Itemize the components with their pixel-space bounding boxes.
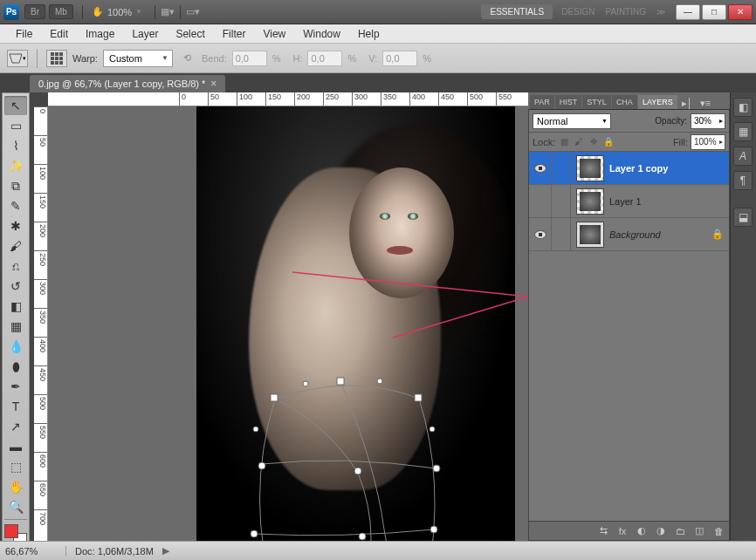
tab-histogram[interactable]: HIST xyxy=(555,95,582,109)
hand-icon[interactable]: ✋ xyxy=(92,6,104,17)
pen-tool[interactable]: ✒ xyxy=(4,377,27,396)
app-logo-icon[interactable]: Ps xyxy=(3,4,19,20)
tab-character[interactable]: CHA xyxy=(612,95,637,109)
layer-row[interactable]: Background 🔒 xyxy=(529,218,729,251)
screen-mode-button[interactable]: ▭▾ xyxy=(186,6,200,17)
marquee-tool[interactable]: ▭ xyxy=(4,116,27,135)
layer-name[interactable]: Background xyxy=(609,229,711,240)
panel-more-icon[interactable]: ▸│ xyxy=(678,98,697,109)
layer-name[interactable]: Layer 1 copy xyxy=(609,163,729,174)
menu-file[interactable]: File xyxy=(7,26,41,42)
menu-image[interactable]: Image xyxy=(77,26,123,42)
document-canvas[interactable] xyxy=(196,106,515,541)
layer-fx-icon[interactable]: fx xyxy=(615,524,629,538)
adjustment-layer-icon[interactable]: ◑ xyxy=(654,524,668,538)
layer-list[interactable]: Layer 1 copy Layer 1 Background 🔒 xyxy=(529,152,729,521)
canvas-area[interactable] xyxy=(48,106,528,541)
workspace-essentials[interactable]: ESSENTIALS xyxy=(481,4,553,19)
layer-row[interactable]: Layer 1 xyxy=(529,185,729,218)
minibridge-button[interactable]: Mb xyxy=(49,4,73,19)
dock-swatches-icon[interactable]: ▦ xyxy=(733,122,753,141)
visibility-toggle[interactable] xyxy=(529,218,552,250)
zoom-level-dropdown[interactable]: 100% xyxy=(107,7,132,17)
workspace-design[interactable]: DESIGN xyxy=(561,7,594,17)
tab-styles[interactable]: STYL xyxy=(582,95,611,109)
brush-tool[interactable]: 🖌 xyxy=(4,236,27,256)
delete-layer-icon[interactable]: 🗑 xyxy=(711,524,725,538)
menu-select[interactable]: Select xyxy=(167,26,213,42)
fill-input[interactable]: 100% xyxy=(691,134,725,150)
close-tab-icon[interactable]: × xyxy=(210,78,216,90)
tab-paragraph[interactable]: PAR xyxy=(530,95,554,109)
healing-brush-tool[interactable]: ✱ xyxy=(4,216,27,236)
path-selection-tool[interactable]: ↗ xyxy=(4,417,27,436)
visibility-toggle[interactable] xyxy=(529,185,552,217)
magic-wand-tool[interactable]: ✨ xyxy=(4,156,27,175)
menu-filter[interactable]: Filter xyxy=(214,26,255,42)
document-tab[interactable]: 0.jpg @ 66,7% (Layer 1 copy, RGB/8) * × xyxy=(30,75,225,92)
link-layers-icon[interactable]: ⇆ xyxy=(596,524,610,538)
status-zoom[interactable]: 66,67% xyxy=(5,546,66,557)
crop-tool[interactable]: ⧉ xyxy=(4,176,27,195)
hand-tool[interactable]: ✋ xyxy=(4,477,27,496)
clone-stamp-tool[interactable]: ⎌ xyxy=(4,256,27,276)
status-doc-info[interactable]: Doc: 1,06M/3,18M xyxy=(75,546,154,557)
foreground-color-swatch[interactable] xyxy=(4,524,18,538)
warp-orientation-icon[interactable]: ⟲ xyxy=(183,52,191,64)
minimize-button[interactable]: — xyxy=(676,4,700,20)
visibility-toggle[interactable] xyxy=(529,152,552,184)
gradient-tool[interactable]: ▦ xyxy=(4,317,27,336)
chevron-down-icon[interactable]: ▼ xyxy=(135,8,142,16)
shape-tool[interactable]: ▬ xyxy=(4,437,27,456)
zoom-tool[interactable]: 🔍 xyxy=(4,497,27,516)
layer-name[interactable]: Layer 1 xyxy=(609,196,729,207)
panel-menu-icon[interactable]: ▾≡ xyxy=(697,98,714,109)
layer-thumbnail[interactable] xyxy=(576,188,604,215)
layer-thumbnail[interactable] xyxy=(576,222,604,248)
blur-tool[interactable]: 💧 xyxy=(4,337,27,356)
lock-transparency-icon[interactable]: ▦ xyxy=(558,136,570,148)
warp-grid-icon[interactable] xyxy=(46,50,67,67)
menu-edit[interactable]: Edit xyxy=(41,26,77,42)
menu-view[interactable]: View xyxy=(254,26,294,42)
menu-layer[interactable]: Layer xyxy=(123,26,167,42)
history-brush-tool[interactable]: ↺ xyxy=(4,277,27,296)
opacity-input[interactable]: 30% xyxy=(691,113,725,129)
transform-tool-icon[interactable]: ▾ xyxy=(7,50,28,67)
menu-help[interactable]: Help xyxy=(349,26,388,42)
dock-color-icon[interactable]: ◧ xyxy=(733,98,753,117)
layer-row[interactable]: Layer 1 copy xyxy=(529,152,729,185)
warp-preset-select[interactable]: Custom xyxy=(103,50,173,67)
lasso-tool[interactable]: ⌇ xyxy=(4,136,27,155)
dock-paragraph-icon[interactable]: ¶ xyxy=(733,171,753,190)
blend-mode-select[interactable]: Normal xyxy=(533,113,611,129)
layer-group-icon[interactable]: 🗀 xyxy=(673,524,687,538)
lock-position-icon[interactable]: ✥ xyxy=(588,136,600,148)
document-tab-bar: 0.jpg @ 66,7% (Layer 1 copy, RGB/8) * × xyxy=(0,73,756,92)
move-tool[interactable]: ↖ xyxy=(4,96,27,115)
eraser-tool[interactable]: ◧ xyxy=(4,297,27,316)
layer-thumbnail[interactable] xyxy=(576,155,604,181)
eyedropper-tool[interactable]: ✎ xyxy=(4,196,27,215)
3d-tool[interactable]: ⬚ xyxy=(4,457,27,476)
workspace-painting[interactable]: PAINTING xyxy=(606,7,646,17)
layer-mask-icon[interactable]: ◐ xyxy=(635,524,649,538)
menu-window[interactable]: Window xyxy=(294,26,349,42)
lock-pixels-icon[interactable]: 🖌 xyxy=(573,136,585,148)
menu-bar: File Edit Image Layer Select Filter View… xyxy=(0,24,756,44)
status-more-icon[interactable]: ▶ xyxy=(162,545,169,557)
close-button[interactable]: ✕ xyxy=(728,4,753,20)
bridge-button[interactable]: Br xyxy=(24,4,45,19)
dock-character-icon[interactable]: A xyxy=(733,147,753,166)
warp-h-input xyxy=(307,51,342,66)
workspace-more-icon[interactable]: ≫ xyxy=(656,7,665,17)
view-extras-button[interactable]: ▦▾ xyxy=(161,6,175,17)
dock-adjustments-icon[interactable]: ⬓ xyxy=(733,208,753,227)
tab-layers[interactable]: LAYERS xyxy=(638,95,677,109)
type-tool[interactable]: T xyxy=(4,397,27,416)
lock-all-icon[interactable]: 🔒 xyxy=(602,136,615,148)
new-layer-icon[interactable]: ◫ xyxy=(692,524,706,538)
dodge-tool[interactable]: ⬮ xyxy=(4,357,27,376)
maximize-button[interactable]: □ xyxy=(702,4,726,20)
bend-label: Bend: xyxy=(202,53,227,64)
